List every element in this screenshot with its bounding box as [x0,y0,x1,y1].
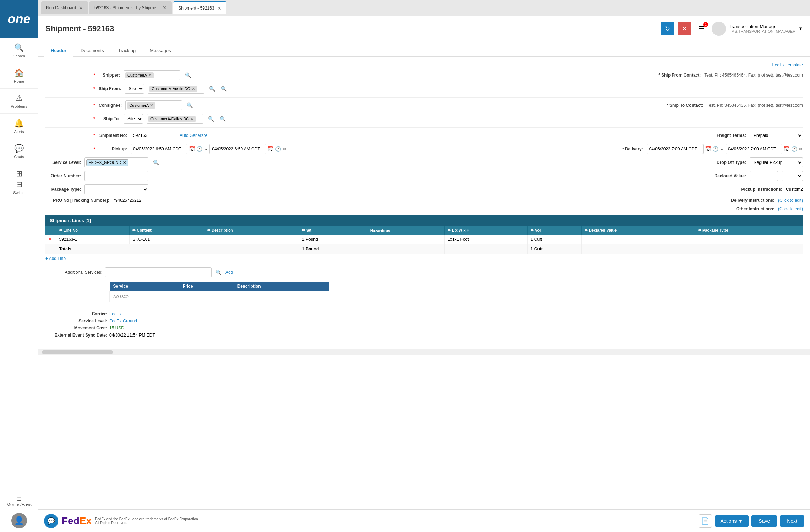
ship-to-contact-value: Test, Ph: 345345435, Fax: (not set), tes… [707,103,803,108]
sidebar-item-problems[interactable]: ⚠ Problems [0,89,38,114]
fedex-template-link[interactable]: FedEx Template [45,62,803,67]
pickup-field-label: Pickup: [99,146,127,151]
ship-to-type-select[interactable]: Site [124,114,143,124]
sidebar-item-alerts[interactable]: 🔔 Alerts [0,114,38,139]
pickup-clock-icon[interactable]: 🕐 [196,146,202,152]
pickup-calendar2-icon[interactable]: 📅 [268,146,274,152]
service-level-tag-remove[interactable]: ✕ [123,160,126,165]
ship-to-tag-remove[interactable]: ✕ [190,117,193,121]
close-button[interactable]: ✕ [678,22,691,35]
row-remove[interactable]: ✕ [45,235,56,244]
next-button[interactable]: Next [780,515,804,527]
ship-to-field-label: Ship To: [99,116,120,121]
user-avatar-icon: 👤 [14,516,24,525]
user-name: Transportation Manager [729,24,795,29]
pickup-edit-icon[interactable]: ✏ [283,146,287,152]
actions-dropdown-icon: ▼ [738,518,743,524]
bell-icon: 🔔 [14,119,24,128]
actions-button[interactable]: Actions ▼ [715,515,749,527]
delivery-calendar-icon[interactable]: 📅 [705,146,711,152]
save-button[interactable]: Save [751,515,777,527]
pickup-date2-input[interactable] [209,144,266,154]
shipper-tag: CustomerA ✕ [125,72,154,78]
ship-to-search-button2[interactable]: 🔍 [219,116,227,122]
required-star-sn: * [45,133,95,138]
tab-documents[interactable]: Documents [74,45,111,56]
shipper-search-button[interactable]: 🔍 [184,72,192,78]
delivery-date1-input[interactable] [647,144,704,154]
ship-from-location-input[interactable]: CustomerA-Austin DC ✕ [148,84,204,94]
sidebar-item-menus-favs[interactable]: ☰ Menus/Favs 👤 [0,493,38,532]
freight-terms-select[interactable]: Prepaid [750,131,803,140]
tab-shipment-592163-close[interactable]: ✕ [217,5,221,11]
scrollbar-thumb[interactable] [42,350,113,354]
sidebar-item-switch[interactable]: ⊞ ⊟ Switch [0,164,38,200]
edit-icon-wt: ✏ [302,228,305,232]
tab-tracking[interactable]: Tracking [111,45,142,56]
carrier-value[interactable]: FedEx [109,311,122,316]
header-actions: ↻ ✕ ☰ 1 Transportation Manager TMS.TRANS… [661,22,803,36]
consignee-input[interactable]: CustomerA ✕ [125,100,182,110]
service-level-input[interactable]: FEDEX_GROUND ✕ [84,157,148,167]
sidebar-item-home[interactable]: 🏠 Home [0,63,38,89]
notification-badge[interactable]: ☰ 1 [695,22,708,35]
shipper-tag-remove[interactable]: ✕ [148,73,152,78]
ship-from-row: * Ship From: Site CustomerA-Austin DC ✕ … [45,84,803,94]
ship-from-tag-remove[interactable]: ✕ [192,87,195,91]
tab-592163-close[interactable]: ✕ [163,5,167,11]
sidebar-item-search[interactable]: 🔍 Search [0,38,38,63]
services-table: Service Price Description No Data [109,282,329,302]
delivery-calendar2-icon[interactable]: 📅 [784,146,790,152]
ship-to-search-button[interactable]: 🔍 [207,116,215,122]
pickup-clock2-icon[interactable]: 🕐 [275,146,281,152]
other-instructions-value[interactable]: (Click to edit) [778,206,803,211]
shipper-input[interactable]: CustomerA ✕ [124,70,180,80]
ship-from-search-button2[interactable]: 🔍 [220,86,228,92]
carrier-service-level-value[interactable]: FedEx Ground [109,318,137,323]
declared-value-currency-select[interactable] [782,171,803,181]
ship-to-location-input[interactable]: CustomerA-Dallas DC ✕ [147,114,203,124]
tab-592163-shipments[interactable]: 592163 - Shipments : by Shipme... ✕ [89,1,172,14]
ship-from-type-select[interactable]: Site [125,84,144,94]
user-info: Transportation Manager TMS.TRANSPORTATIO… [712,22,803,36]
delivery-edit-icon[interactable]: ✏ [799,146,803,152]
refresh-button[interactable]: ↻ [661,22,674,35]
tab-neo-dashboard-label: Neo Dashboard [46,5,76,10]
delivery-clock-icon[interactable]: 🕐 [712,146,718,152]
add-service-button[interactable]: Add [225,270,233,275]
tab-neo-dashboard-close[interactable]: ✕ [79,5,83,11]
chat-bubble-icon[interactable]: 💬 [44,514,58,528]
drop-off-type-select[interactable]: Regular Pickup [750,157,803,167]
consignee-tag-remove[interactable]: ✕ [150,103,153,108]
pickup-calendar-icon[interactable]: 📅 [189,146,195,152]
sidebar-item-chats[interactable]: 💬 Chats [0,139,38,164]
auto-generate-link[interactable]: Auto Generate [180,133,207,138]
pickup-date1-input[interactable] [131,144,187,154]
add-line-button[interactable]: + Add Line [45,254,66,263]
ship-from-search-button[interactable]: 🔍 [208,86,216,92]
delivery-instructions-value[interactable]: (Click to edit) [778,198,803,203]
additional-services-input[interactable] [105,267,212,277]
pickup-datetime: 📅 🕐 - 📅 🕐 ✏ [131,144,287,154]
tab-messages[interactable]: Messages [143,45,177,56]
service-level-search-button[interactable]: 🔍 [152,160,160,165]
order-number-input[interactable] [84,171,148,181]
service-level-tag: FEDEX_GROUND ✕ [86,159,128,166]
consignee-search-button[interactable]: 🔍 [186,102,194,108]
delivery-date2-input[interactable] [726,144,782,154]
delivery-clock2-icon[interactable]: 🕐 [791,146,797,152]
additional-services-search-button[interactable]: 🔍 [214,270,223,275]
movement-cost-value[interactable]: 15 USD [109,326,124,331]
tab-neo-dashboard[interactable]: Neo Dashboard ✕ [41,1,88,14]
sidebar-item-alerts-label: Alerts [14,129,24,134]
tab-header[interactable]: Header [44,45,73,57]
declared-value-input[interactable] [750,171,778,181]
app-logo[interactable]: one [0,0,38,38]
tab-shipment-592163[interactable]: Shipment - 592163 ✕ [173,1,226,14]
carrier-row: Carrier: FedEx [53,311,796,316]
user-dropdown-icon[interactable]: ▼ [798,26,803,31]
horizontal-scrollbar[interactable] [38,349,810,355]
package-type-select[interactable] [84,184,148,194]
document-icon-button[interactable]: 📄 [699,514,712,528]
shipment-no-input[interactable] [131,131,173,140]
